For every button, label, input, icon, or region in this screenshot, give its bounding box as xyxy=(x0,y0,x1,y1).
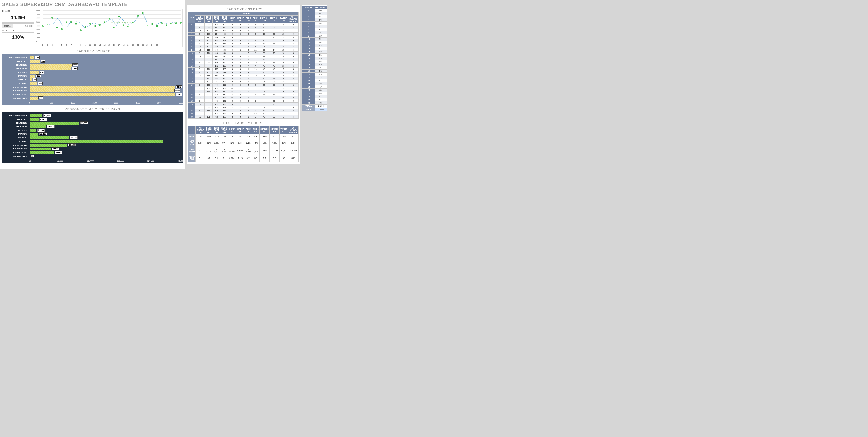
pct-of-goal-value: 130% xyxy=(2,32,34,42)
leads-label: LEADS xyxy=(2,10,34,12)
leads-per-source-chart: UN-KNOWN SOURCE100TWEET 211245SEARCH 182… xyxy=(2,54,183,105)
response-time-title: RESPONSE TIME OVER 30 DAYS xyxy=(2,107,183,111)
totals-by-source-title: TOTAL LEADS BY SOURCE xyxy=(188,121,299,125)
response-time-chart: UN-KNOWN SOURCE$2,100TWEET 211$1,460SEAR… xyxy=(2,112,183,163)
line-chart: 0100200300400500600700800123456789101112… xyxy=(36,9,183,47)
leads-per-source-title: LEADS PER SOURCE xyxy=(2,49,183,53)
pct-of-goal-label: % OF GOAL xyxy=(2,29,34,32)
totals-by-date-table: TOTAL LEADS BY DATE140824523614437953396… xyxy=(302,5,327,111)
leads-30-table: DATESOURCEAD WORDS 215BLOG POST 241BLOG … xyxy=(188,12,299,119)
leads-30-title: LEADS OVER 30 DAYS xyxy=(188,7,299,11)
svg-line-0 xyxy=(49,22,179,23)
goal-label: GOAL xyxy=(2,24,13,28)
totals-by-source-table: AD WORDS 215BLOG POST 241BLOG POST 242BL… xyxy=(188,126,299,163)
goal-value: 11,000 xyxy=(13,24,34,28)
page-title: SALES SUPERVISOR CRM DASHBOARD TEMPLATE xyxy=(2,2,183,7)
leads-value: 14,294 xyxy=(2,13,34,23)
goal-row: GOAL 11,000 xyxy=(2,23,34,28)
metrics-panel: LEADS 14,294 GOAL 11,000 % OF GOAL 130% xyxy=(2,9,34,47)
